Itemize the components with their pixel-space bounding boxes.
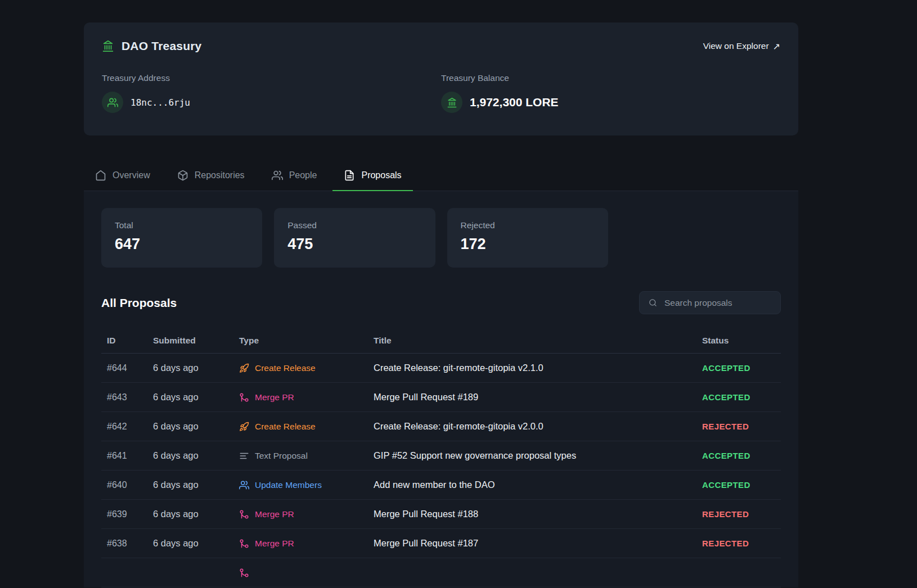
file-text-icon [344, 170, 355, 181]
stat-label: Rejected [461, 220, 595, 230]
column-header-submitted: Submitted [153, 336, 239, 346]
proposal-type: Create Release [239, 363, 374, 373]
treasury-address-value[interactable]: 18nc...6rju [131, 97, 190, 108]
search-icon [649, 298, 657, 307]
treasury-address-label: Treasury Address [102, 73, 441, 83]
proposal-type [239, 568, 374, 578]
tab-label: Overview [113, 170, 150, 180]
external-link-icon: ↗ [773, 41, 780, 52]
proposal-submitted: 6 days ago [153, 421, 239, 432]
stat-label: Passed [287, 220, 421, 230]
text-lines-icon [239, 451, 249, 461]
proposal-type: Merge PR [239, 509, 374, 519]
proposal-title[interactable]: Merge Pull Request #187 [374, 538, 702, 549]
proposal-type: Merge PR [239, 392, 374, 402]
users-icon [272, 170, 283, 181]
proposal-submitted: 6 days ago [153, 450, 239, 461]
proposal-type-label: Merge PR [255, 509, 294, 519]
search-box[interactable] [639, 291, 781, 314]
proposal-id: #639 [107, 509, 153, 519]
table-row[interactable]: #644 6 days ago Create Release Create Re… [101, 354, 781, 383]
rocket-icon [239, 422, 249, 432]
proposal-type-label: Create Release [255, 363, 316, 373]
proposal-title[interactable]: GIP #52 Support new governance proposal … [374, 450, 702, 461]
table-row[interactable]: #641 6 days ago Text Proposal GIP #52 Su… [101, 441, 781, 471]
rocket-icon [239, 363, 249, 373]
bank-icon [441, 92, 462, 113]
proposal-status: REJECTED [702, 422, 781, 431]
proposal-type-label: Text Proposal [255, 451, 308, 461]
users-icon [239, 480, 249, 490]
home-icon [95, 170, 106, 181]
proposal-submitted: 6 days ago [153, 363, 239, 373]
git-merge-icon [239, 392, 249, 402]
proposal-type-label: Merge PR [255, 539, 294, 549]
proposal-status: ACCEPTED [702, 480, 781, 490]
box-icon [177, 170, 188, 181]
search-input[interactable] [663, 297, 771, 309]
table-row[interactable]: #642 6 days ago Create Release Create Re… [101, 412, 781, 441]
proposal-submitted: 6 days ago [153, 392, 239, 402]
proposal-id: #638 [107, 539, 153, 549]
treasury-address-block: Treasury Address 18nc...6rju [102, 73, 441, 113]
view-on-explorer-link[interactable]: View on Explorer ↗ [703, 41, 780, 52]
page: DAO Treasury View on Explorer ↗ Treasury… [84, 0, 798, 587]
proposal-title[interactable]: Create Release: git-remote-gitopia v2.0.… [374, 421, 702, 432]
proposal-submitted: 6 days ago [153, 509, 239, 519]
proposal-title[interactable]: Create Release: git-remote-gitopia v2.1.… [374, 363, 702, 373]
table-row[interactable]: #639 6 days ago Merge PR Merge Pull Requ… [101, 500, 781, 529]
column-header-id: ID [107, 336, 153, 346]
stat-value: 172 [461, 236, 595, 253]
stat-label: Total [115, 220, 249, 230]
table-row[interactable]: #643 6 days ago Merge PR Merge Pull Requ… [101, 383, 781, 412]
table-row[interactable] [101, 558, 781, 587]
treasury-card: DAO Treasury View on Explorer ↗ Treasury… [84, 22, 798, 135]
proposal-title[interactable]: Merge Pull Request #188 [374, 509, 702, 519]
proposal-status: REJECTED [702, 509, 781, 519]
proposal-type-label: Merge PR [255, 392, 294, 402]
git-merge-icon [239, 568, 249, 578]
proposal-status: ACCEPTED [702, 451, 781, 460]
proposal-id: #643 [107, 392, 153, 402]
table-row[interactable]: #640 6 days ago Update Members Add new m… [101, 471, 781, 500]
proposal-type: Merge PR [239, 539, 374, 549]
proposal-id: #640 [107, 480, 153, 490]
proposal-status: REJECTED [702, 539, 781, 548]
proposal-type-label: Create Release [255, 422, 316, 432]
tab-label: Proposals [361, 170, 401, 180]
proposal-type-label: Update Members [255, 480, 322, 490]
column-header-title: Title [374, 336, 702, 346]
stat-card-total: Total 647 [101, 208, 262, 268]
proposal-submitted: 6 days ago [153, 538, 239, 549]
proposal-submitted: 6 days ago [153, 480, 239, 490]
proposals-table: ID Submitted Type Title Status #644 6 da… [101, 328, 781, 587]
tab-proposals[interactable]: Proposals [332, 161, 412, 191]
tab-label: Repositories [195, 170, 245, 180]
explorer-link-label: View on Explorer [703, 41, 769, 51]
tab-bar: Overview Repositories People Proposals [84, 161, 798, 191]
treasury-balance-block: Treasury Balance 1,972,300 LORE [441, 73, 780, 113]
stat-value: 647 [115, 236, 249, 253]
proposal-id: #644 [107, 363, 153, 373]
section-title: All Proposals [101, 296, 177, 310]
treasury-balance-value: 1,972,300 LORE [470, 96, 559, 109]
proposal-title[interactable]: Merge Pull Request #189 [374, 392, 702, 402]
proposals-table-body: #644 6 days ago Create Release Create Re… [101, 354, 781, 587]
column-header-status: Status [702, 336, 781, 346]
tab-people[interactable]: People [260, 161, 329, 191]
bank-icon [102, 40, 114, 52]
git-merge-icon [239, 509, 249, 519]
proposal-title[interactable]: Add new member to the DAO [374, 480, 702, 490]
tab-repositories[interactable]: Repositories [166, 161, 256, 191]
proposal-id: #642 [107, 422, 153, 432]
stat-value: 475 [287, 236, 421, 253]
users-icon [102, 92, 123, 113]
table-header: ID Submitted Type Title Status [101, 328, 781, 354]
table-row[interactable]: #638 6 days ago Merge PR Merge Pull Requ… [101, 529, 781, 558]
page-title: DAO Treasury [122, 39, 201, 53]
proposal-status: ACCEPTED [702, 363, 781, 373]
proposal-type: Text Proposal [239, 451, 374, 461]
tab-overview[interactable]: Overview [84, 161, 161, 191]
git-merge-icon [239, 539, 249, 549]
stat-card-passed: Passed 475 [274, 208, 435, 268]
